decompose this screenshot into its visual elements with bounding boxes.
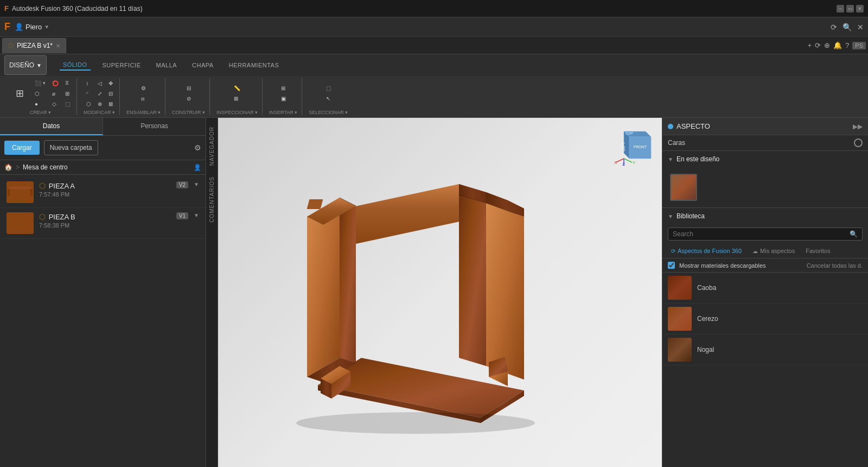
tab-herramientas[interactable]: HERRAMIENTAS — [226, 60, 283, 70]
new-tab-button[interactable]: + — [807, 41, 812, 49]
cylinder-button[interactable]: ⬡ — [33, 89, 48, 98]
modificar-label: MODIFICAR ▾ — [84, 110, 115, 115]
refresh-button[interactable]: ⟳ — [831, 23, 837, 31]
breadcrumb-info-icon[interactable]: 👤 — [194, 164, 201, 171]
alert-button[interactable]: 🔔 — [833, 41, 842, 49]
plane-angle-icon: ⊘ — [187, 96, 191, 102]
tab-solido[interactable]: SÓLIDO — [60, 60, 91, 71]
plane-offset-button[interactable]: ⊟ — [184, 84, 193, 93]
navigation-cube[interactable]: X Y Z TOP LEFT FRONT — [613, 123, 656, 167]
tab-personas[interactable]: Personas — [103, 118, 206, 135]
svg-rect-6 — [12, 214, 14, 219]
measure-button[interactable]: 📏 — [232, 84, 242, 93]
mis-aspectos-tab[interactable]: ☁ Mis aspectos — [749, 246, 798, 256]
help-button[interactable]: ? — [845, 41, 849, 49]
group-crear: ⊞ ⬛▾ ⬡ ● ⭕ ⌀ ◇ ⧖ ⊞ ⬚ CR — [4, 78, 77, 115]
move-button[interactable]: ✥ — [106, 78, 115, 88]
tab-close-button[interactable]: ✕ — [56, 43, 60, 49]
comments-tab[interactable]: COMENTARIOS — [207, 172, 216, 227]
settings-icon[interactable]: ⚙ — [194, 143, 201, 152]
current-material-thumb[interactable] — [670, 174, 697, 201]
ps-button[interactable]: PS — [852, 42, 866, 49]
new-folder-button[interactable]: Nueva carpeta — [44, 140, 98, 155]
delete-button[interactable]: ⊠ — [106, 99, 115, 109]
restore-button[interactable]: ▭ — [846, 5, 854, 12]
svg-rect-2 — [30, 189, 33, 197]
sphere-button[interactable]: ● — [33, 99, 48, 109]
pattern-button[interactable]: ⊞ — [63, 89, 72, 98]
new-component-button[interactable]: ⊞ — [9, 81, 30, 105]
seleccionar-buttons: ⬚ ↖ — [324, 78, 333, 109]
loft-icon: ◇ — [52, 101, 56, 107]
insertar-buttons: ⊞ ▣ — [279, 78, 288, 109]
plane-angle-button[interactable]: ⊘ — [184, 94, 193, 104]
joint-button[interactable]: ⚙ — [139, 84, 148, 93]
crear-label: CREAR ▾ — [30, 110, 51, 115]
select-box-button[interactable]: ⬚ — [324, 84, 333, 93]
decal-button[interactable]: ▣ — [279, 94, 288, 104]
navigator-tab[interactable]: NAVEGADOR — [207, 122, 216, 170]
box-button[interactable]: ⬛▾ — [33, 78, 48, 88]
mirror-button[interactable]: ⧖ — [63, 78, 72, 88]
caoba-thumb — [668, 276, 692, 300]
svg-rect-1 — [8, 189, 10, 197]
sync-button[interactable]: ⟳ — [815, 41, 821, 49]
rigid-joint-button[interactable]: ⧈ — [139, 94, 148, 104]
mod-col1: ↕ ◜ ⬡ — [84, 78, 93, 109]
breadcrumb-home[interactable]: 🏠 — [4, 163, 12, 171]
list-item[interactable]: ⬡ PIEZA B 7:58:38 PM V1 ▼ — [0, 208, 206, 239]
search-input[interactable] — [673, 230, 850, 238]
cursor-button[interactable]: ↖ — [324, 94, 333, 104]
shell-button[interactable]: ⬡ — [84, 99, 93, 109]
user-menu[interactable]: 👤 Piero ▼ — [15, 23, 49, 31]
material-item-caoba[interactable]: Caoba — [662, 273, 868, 304]
material-item-nogal[interactable]: Nogal — [662, 335, 868, 365]
scale-button[interactable]: ⤢ — [95, 89, 104, 98]
close-button[interactable]: ✕ — [856, 5, 864, 12]
minimize-button[interactable]: ─ — [837, 5, 844, 12]
close-user-button[interactable]: ✕ — [857, 23, 864, 31]
userbar: F 👤 Piero ▼ ⟳ 🔍 ✕ — [0, 17, 868, 37]
favoritos-tab[interactable]: Favoritos — [802, 246, 833, 256]
fusion-aspects-tab[interactable]: ⟳ Aspectos de Fusion 360 — [668, 246, 745, 256]
material-item-cerezo[interactable]: Cerezo — [662, 304, 868, 335]
combine-button[interactable]: ⊕ — [95, 99, 104, 109]
thicken-button[interactable]: ⬚ — [63, 99, 72, 109]
viewport[interactable]: X Y Z TOP LEFT FRONT ⟲ ✥ 🔍 ⊞ ⬚ ⊞ ⊟ — [218, 118, 662, 467]
tab-superficie[interactable]: SUPERFICIE — [99, 60, 144, 70]
caras-section: Caras — [662, 135, 868, 151]
design-dropdown[interactable]: DISEÑO ▼ — [4, 55, 47, 75]
version-badge-b[interactable]: V1 — [176, 212, 188, 219]
tab-malla[interactable]: MALLA — [153, 60, 181, 70]
torus-button[interactable]: ⭕ — [50, 78, 61, 88]
cargar-button[interactable]: Cargar — [4, 141, 40, 155]
pipe-button[interactable]: ⌀ — [50, 89, 61, 98]
show-downloadable-checkbox[interactable] — [668, 262, 675, 269]
construir-label: CONSTRUIR ▾ — [172, 110, 205, 115]
tab-datos[interactable]: Datos — [0, 118, 103, 135]
version-arrow-a: ▼ — [194, 181, 199, 187]
align-button[interactable]: ⊟ — [106, 89, 115, 98]
press-pull-button[interactable]: ↕ — [84, 78, 93, 88]
library-section-header[interactable]: ▼ Biblioteca — [662, 208, 868, 224]
tab-pieza-b[interactable]: ⬡ PIEZA B v1* ✕ — [2, 38, 66, 53]
section-button[interactable]: ⊠ — [232, 94, 242, 104]
loft-button[interactable]: ◇ — [50, 99, 61, 109]
fillet-button[interactable]: ◜ — [84, 89, 93, 98]
insert-mesh-button[interactable]: ⊞ — [279, 84, 288, 93]
tab-chapa[interactable]: CHAPA — [189, 60, 217, 70]
draft-button[interactable]: ◁ — [95, 78, 104, 88]
user-right: ⟳ 🔍 ✕ — [831, 23, 864, 31]
aspect-expand-button[interactable]: ▶▶ — [853, 123, 863, 130]
box-icon: ⬛ — [35, 80, 41, 86]
tab-actions: + ⟳ ⊕ 🔔 ? PS — [807, 41, 866, 49]
list-item[interactable]: ⬡ PIEZA A 7:57:48 PM V2 ▼ — [0, 177, 206, 208]
caras-selector[interactable] — [854, 138, 863, 147]
online-button[interactable]: ⊕ — [824, 41, 830, 49]
cancel-all-button[interactable]: Cancelar todas las d. — [807, 262, 863, 269]
version-badge-a[interactable]: V2 — [176, 181, 188, 188]
rigid-icon: ⧈ — [141, 96, 144, 102]
caoba-name: Caoba — [697, 284, 716, 292]
design-section-header[interactable]: ▼ En este diseño — [662, 151, 868, 167]
search-button[interactable]: 🔍 — [843, 23, 852, 31]
